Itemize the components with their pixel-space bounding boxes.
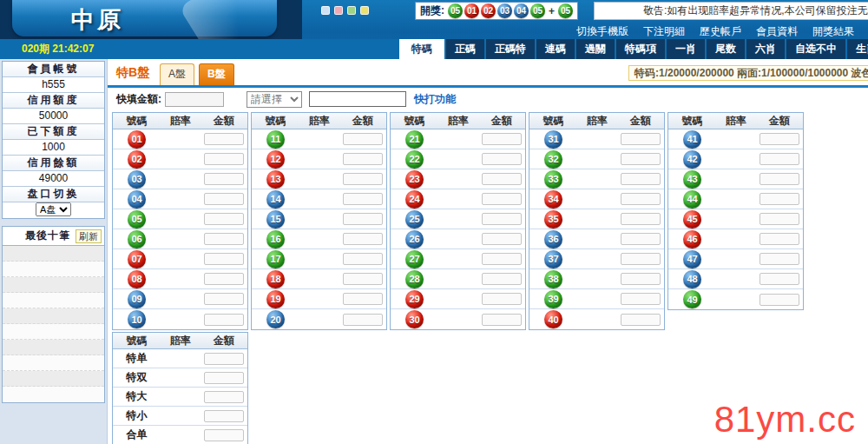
amount-input[interactable]: [621, 213, 661, 225]
amount-input[interactable]: [204, 314, 244, 326]
amount-input[interactable]: [343, 193, 383, 205]
number-ball: 30: [405, 310, 424, 328]
amount-input[interactable]: [482, 233, 522, 245]
table-row: 29: [391, 289, 525, 309]
amount-input[interactable]: [482, 273, 522, 285]
amount-input[interactable]: [621, 153, 661, 165]
amount-input[interactable]: [204, 253, 244, 265]
amount-input[interactable]: [760, 213, 799, 225]
amount-input[interactable]: [621, 314, 661, 326]
amount-input[interactable]: [204, 353, 244, 365]
tab-連碼[interactable]: 連碼: [536, 39, 575, 59]
sub-header-bar: 020期 21:42:07 特碼正碼正碼特連碼過關特碼項一肖尾数六肖自选不中生肖…: [0, 39, 868, 59]
tab-六肖[interactable]: 六肖: [746, 39, 785, 59]
ball-cell: 26: [391, 230, 438, 249]
amount-input[interactable]: [482, 213, 522, 225]
amount-input[interactable]: [760, 173, 799, 185]
amount-cell: [617, 173, 664, 185]
refresh-button[interactable]: 刷新: [76, 229, 102, 243]
amount-input[interactable]: [204, 173, 244, 185]
nav-link[interactable]: 歷史帳戶: [700, 24, 741, 39]
amount-input[interactable]: [482, 133, 522, 145]
amount-input[interactable]: [760, 233, 799, 245]
amount-input[interactable]: [621, 173, 661, 185]
amount-input[interactable]: [343, 253, 383, 265]
amount-input[interactable]: [621, 133, 661, 145]
tab-正碼特[interactable]: 正碼特: [486, 39, 535, 59]
amount-input[interactable]: [343, 173, 383, 185]
amount-cell: [756, 153, 803, 165]
sidebar: 會員帳號h555信用額度50000已下額度1000信用餘額49000盘口切换A盘…: [0, 59, 108, 444]
amount-input[interactable]: [760, 294, 799, 306]
amount-input[interactable]: [204, 133, 244, 145]
column-header: 號碼: [391, 113, 438, 129]
board-tab-B盤[interactable]: B盤: [199, 63, 234, 85]
amount-input[interactable]: [760, 253, 799, 265]
tab-生肖連[interactable]: 生肖連: [847, 39, 868, 59]
amount-input[interactable]: [204, 391, 244, 403]
amount-input[interactable]: [760, 193, 799, 205]
board-tab-A盤[interactable]: A盤: [160, 63, 194, 85]
amount-input[interactable]: [343, 133, 383, 145]
amount-input[interactable]: [204, 273, 244, 285]
amount-input[interactable]: [760, 153, 799, 165]
tab-一肖[interactable]: 一肖: [667, 39, 705, 59]
amount-input[interactable]: [204, 213, 244, 225]
tab-尾数[interactable]: 尾数: [707, 39, 745, 59]
tab-正碼[interactable]: 正碼: [446, 39, 484, 59]
amount-input[interactable]: [204, 372, 244, 384]
number-ball: 35: [544, 210, 562, 229]
amount-input[interactable]: [204, 153, 244, 165]
quick-type-input[interactable]: [309, 91, 406, 107]
notice-text: 敬告:如有出现賠率超异常情况,本公司保留投注无效(清零: [643, 3, 868, 18]
amount-input[interactable]: [204, 233, 244, 245]
amount-input[interactable]: [343, 153, 383, 165]
tab-特碼項[interactable]: 特碼項: [616, 39, 665, 59]
tab-自选不中[interactable]: 自选不中: [786, 39, 845, 59]
quick-bet-link[interactable]: 快打功能: [414, 92, 456, 107]
amount-input[interactable]: [621, 193, 661, 205]
table-row: 04: [113, 189, 247, 209]
amount-cell: [339, 253, 386, 265]
amount-input[interactable]: [343, 273, 383, 285]
amount-input[interactable]: [621, 273, 661, 285]
amount-input[interactable]: [482, 314, 522, 326]
quick-fill-bar: 快填金額: 請選擇 快打功能: [108, 88, 868, 110]
nav-link[interactable]: 下注明細: [643, 24, 685, 39]
amount-input[interactable]: [204, 410, 244, 422]
number-ball: 45: [683, 210, 701, 229]
amount-input[interactable]: [760, 273, 799, 285]
amount-input[interactable]: [204, 293, 244, 305]
amount-input[interactable]: [621, 293, 661, 305]
amount-input[interactable]: [482, 293, 522, 305]
amount-input[interactable]: [204, 429, 244, 441]
plus-sign: +: [549, 5, 555, 17]
number-ball: 26: [405, 230, 424, 249]
tab-過關[interactable]: 過關: [576, 39, 615, 59]
amount-input[interactable]: [621, 233, 661, 245]
table-header-row: 號碼賠率金額: [113, 333, 247, 349]
amount-input[interactable]: [482, 173, 522, 185]
plate-select[interactable]: A盘: [36, 202, 71, 216]
amount-input[interactable]: [482, 193, 522, 205]
number-ball: 14: [266, 190, 285, 209]
amount-cell: [617, 314, 664, 326]
amount-input[interactable]: [343, 293, 383, 305]
amount-input[interactable]: [482, 153, 522, 165]
quick-fill-select[interactable]: 請選擇: [247, 91, 302, 108]
amount-input[interactable]: [760, 133, 799, 145]
nav-link[interactable]: 會員資料: [756, 24, 798, 39]
amount-cell: [339, 233, 386, 245]
nav-link[interactable]: 切換手機版: [576, 24, 628, 39]
amount-input[interactable]: [482, 253, 522, 265]
amount-input[interactable]: [621, 253, 661, 265]
amount-input[interactable]: [343, 314, 383, 326]
nav-link[interactable]: 開獎結果: [812, 24, 854, 39]
amount-input[interactable]: [343, 213, 383, 225]
amount-input[interactable]: [204, 193, 244, 205]
table-row: 37: [529, 249, 664, 269]
quick-fill-amount-input[interactable]: [165, 92, 224, 107]
tab-特碼[interactable]: 特碼: [399, 39, 444, 59]
number-ball: 11: [266, 130, 285, 149]
amount-input[interactable]: [343, 233, 383, 245]
